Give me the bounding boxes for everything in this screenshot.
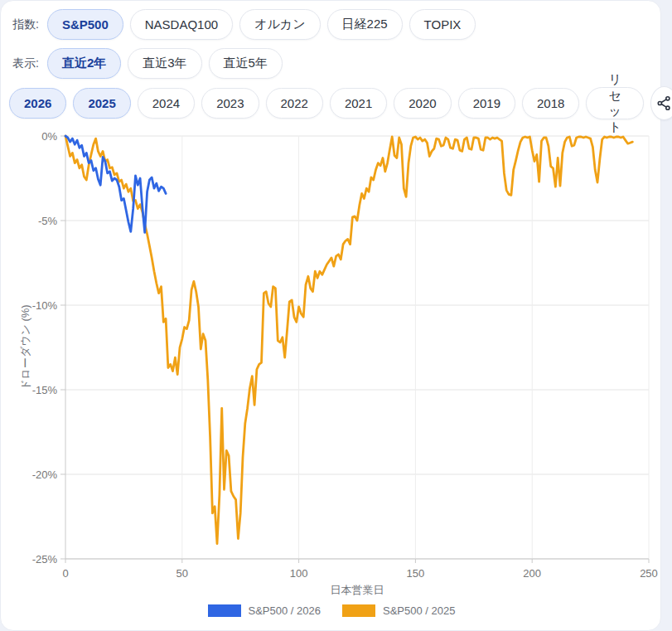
index-chip-s-p500[interactable]: S&P500 — [47, 9, 123, 40]
period-chip-5[interactable]: 直近5年 — [209, 48, 283, 79]
x-tick-label: 0 — [62, 567, 68, 580]
year-chip-2019[interactable]: 2019 — [458, 88, 515, 119]
share-button[interactable] — [650, 86, 672, 120]
index-chip-2[interactable]: オルカン — [239, 9, 320, 40]
y-tick-label: -15% — [32, 384, 58, 396]
series-line-s-p500-2025 — [65, 136, 632, 544]
index-chip-topix[interactable]: TOPIX — [409, 9, 476, 40]
year-chip-2023[interactable]: 2023 — [201, 88, 259, 119]
legend-label-s-p500-2026: S&P500 / 2026 — [249, 604, 321, 617]
y-tick-label: -25% — [32, 553, 58, 565]
x-tick-label: 100 — [290, 567, 308, 580]
x-tick-label: 200 — [523, 567, 541, 580]
drawdown-chart-svg[interactable]: 0%-5%-10%-15%-20%-25%050100150200250 — [1, 125, 662, 590]
index-chip-225[interactable]: 日経225 — [327, 9, 403, 40]
chart-actions: リセット — [586, 86, 672, 120]
y-tick-label: -10% — [32, 299, 58, 312]
share-network-icon — [656, 95, 672, 111]
y-tick-label: 0% — [41, 130, 57, 143]
reset-button[interactable]: リセット — [586, 87, 643, 119]
year-filter-row: 202620252024202320222021202020192018 リセッ… — [9, 86, 650, 120]
app-card: 指数: S&P500NASDAQ100オルカン日経225TOPIX 表示: 直近… — [0, 0, 661, 631]
year-chip-2026[interactable]: 2026 — [9, 88, 66, 119]
period-chip-3[interactable]: 直近3年 — [128, 48, 201, 79]
y-tick-label: -20% — [32, 468, 58, 481]
x-tick-label: 50 — [176, 567, 188, 580]
y-axis-title: ドローダウン (%) — [18, 304, 33, 390]
period-filter-row: 表示: 直近2年直近3年直近5年 — [12, 48, 283, 79]
year-chip-2018[interactable]: 2018 — [522, 88, 579, 119]
x-tick-label: 150 — [407, 567, 425, 580]
legend-swatch-s-p500-2026 — [208, 604, 241, 617]
year-chip-2025[interactable]: 2025 — [73, 88, 130, 119]
index-filter-label: 指数: — [12, 17, 39, 32]
chart-legend: S&P500 / 2026S&P500 / 2025 — [1, 604, 662, 617]
x-tick-label: 250 — [640, 567, 658, 580]
x-axis-title: 日本営業日 — [65, 583, 649, 598]
page-background: { "filters": { "index_label": "指数:", "in… — [0, 0, 672, 631]
year-chip-2020[interactable]: 2020 — [394, 88, 451, 119]
legend-swatch-s-p500-2025 — [342, 604, 375, 617]
year-chip-2021[interactable]: 2021 — [330, 88, 387, 119]
period-chip-2[interactable]: 直近2年 — [47, 48, 121, 79]
legend-item-s-p500-2026: S&P500 / 2026 — [208, 604, 321, 617]
year-chip-2024[interactable]: 2024 — [138, 88, 195, 119]
index-filter-row: 指数: S&P500NASDAQ100オルカン日経225TOPIX — [12, 9, 476, 40]
legend-label-s-p500-2025: S&P500 / 2025 — [383, 604, 455, 617]
year-chip-2022[interactable]: 2022 — [266, 88, 323, 119]
y-tick-label: -5% — [38, 215, 58, 227]
period-filter-label: 表示: — [12, 56, 39, 71]
index-chip-group: S&P500NASDAQ100オルカン日経225TOPIX — [47, 9, 476, 40]
series-line-s-p500-2026 — [65, 136, 166, 232]
period-chip-group: 直近2年直近3年直近5年 — [47, 48, 283, 79]
legend-item-s-p500-2025: S&P500 / 2025 — [342, 604, 455, 617]
index-chip-nasdaq100[interactable]: NASDAQ100 — [130, 9, 233, 40]
chart-container: 0%-5%-10%-15%-20%-25%050100150200250 — [1, 125, 662, 590]
year-chip-group: 202620252024202320222021202020192018 — [9, 88, 579, 119]
